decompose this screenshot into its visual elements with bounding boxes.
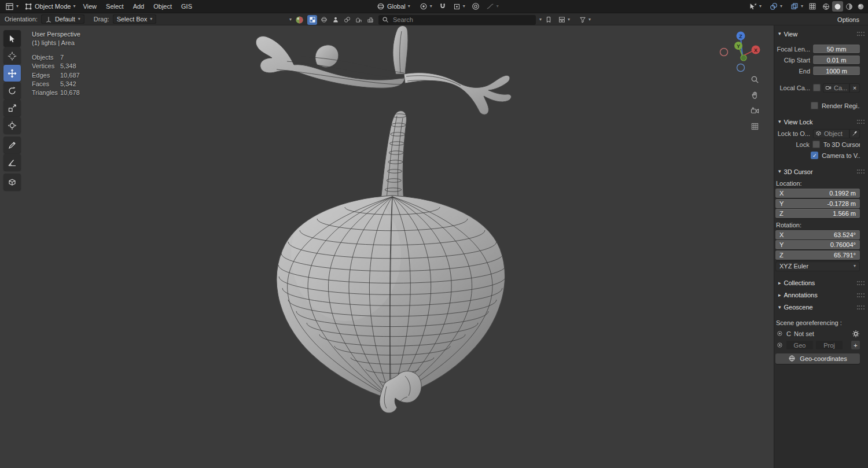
- tool-rotate[interactable]: [3, 82, 21, 99]
- panel-header-view[interactable]: ▾ View: [774, 28, 868, 40]
- options-button[interactable]: Options: [833, 14, 863, 25]
- local-camera-field[interactable]: Ca...: [823, 83, 849, 93]
- menu-add[interactable]: Add: [128, 0, 149, 13]
- transform-orientation-dropdown[interactable]: Global ▾: [374, 2, 413, 11]
- ortho-grid-icon[interactable]: [808, 2, 816, 10]
- add-crs-button[interactable]: +: [851, 341, 860, 349]
- camera-view-button[interactable]: [748, 104, 761, 117]
- zoom-tool-button[interactable]: [748, 73, 761, 86]
- chevron-down-icon[interactable]: ▾: [289, 17, 292, 22]
- shading-rendered-button[interactable]: [855, 1, 866, 12]
- perspective-toggle-button[interactable]: [748, 120, 761, 132]
- proportional-falloff-dropdown[interactable]: ▾: [483, 2, 502, 11]
- tool-move[interactable]: [3, 65, 21, 82]
- snap-toggle-button[interactable]: [439, 2, 447, 10]
- menu-object[interactable]: Object: [149, 0, 176, 13]
- stat-vertices: Vertices5,348: [32, 62, 80, 71]
- camera-to-view-checkbox[interactable]: ✓: [811, 152, 818, 159]
- focal-length-field[interactable]: 50 mm: [813, 45, 860, 53]
- cursor-location-x[interactable]: X0.1992 m: [775, 189, 860, 198]
- pan-hand-button[interactable]: [748, 89, 761, 101]
- rotation-mode-dropdown[interactable]: XYZ Euler ▾: [775, 261, 860, 271]
- camera-to-view-row: ✓ Camera to V...: [774, 150, 868, 161]
- axis-neg-y-ball: [741, 55, 746, 61]
- show-overlays-dropdown[interactable]: ▾: [767, 2, 785, 11]
- tool-scale[interactable]: [3, 100, 21, 116]
- mode-selector[interactable]: Object Mode ▾: [21, 2, 78, 11]
- spheres-pair-toggle-button[interactable]: [342, 15, 352, 25]
- pivot-point-dropdown[interactable]: ▾: [417, 2, 435, 11]
- menu-select[interactable]: Select: [101, 0, 128, 13]
- menu-view[interactable]: View: [78, 0, 101, 13]
- panel-grip-icon[interactable]: [857, 305, 865, 309]
- cursor-rotation-y[interactable]: Y0.76004°: [775, 240, 860, 249]
- shading-solid-button[interactable]: [832, 1, 843, 12]
- falloff-curve-icon: [486, 2, 494, 10]
- tool-measure[interactable]: [3, 154, 21, 171]
- tool-select-box[interactable]: [3, 30, 21, 47]
- silhouette-toggle-button[interactable]: [330, 15, 340, 25]
- checker-toggle-button[interactable]: [307, 15, 317, 25]
- city-grid-toggle-button[interactable]: [365, 15, 375, 25]
- chevron-down-icon: ▾: [430, 4, 432, 9]
- show-gizmo-dropdown[interactable]: ▾: [746, 2, 764, 11]
- search-input[interactable]: [392, 16, 532, 24]
- clip-start-field[interactable]: 0.01 m: [813, 56, 860, 64]
- panel-header-geoscene[interactable]: ▾ Geoscene: [774, 301, 868, 314]
- search-options-caret[interactable]: ▾: [539, 17, 542, 22]
- panel-header-view-lock[interactable]: ▾ View Lock: [774, 116, 868, 128]
- panel-header-annotations[interactable]: ▸ Annotations: [774, 289, 868, 301]
- tool-annotate[interactable]: [3, 137, 21, 153]
- menu-gis[interactable]: GIS: [176, 0, 197, 13]
- panel-grip-icon[interactable]: [857, 293, 865, 297]
- tool-add-primitive[interactable]: [3, 174, 21, 190]
- shading-material-button[interactable]: [844, 1, 855, 12]
- model-branch-spur: [393, 26, 408, 75]
- orientation-setting-dropdown[interactable]: Default ▾: [41, 14, 84, 24]
- clip-end-field[interactable]: 1000 m: [813, 67, 860, 75]
- axis-neg-x-ball: [720, 49, 728, 56]
- navigation-gizmo[interactable]: Y Z X: [718, 29, 770, 81]
- filter-funnel-icon: [579, 16, 586, 23]
- lock-object-field[interactable]: Object: [813, 129, 849, 138]
- clear-local-camera-button[interactable]: ×: [849, 83, 860, 93]
- snap-settings-dropdown[interactable]: ▾: [450, 2, 468, 11]
- cursor-location-y[interactable]: Y-0.1728 m: [775, 199, 860, 208]
- drag-setting-dropdown[interactable]: Select Box ▾: [113, 14, 157, 24]
- render-region-checkbox[interactable]: [811, 102, 818, 109]
- panel-header-collections[interactable]: ▸ Collections: [774, 277, 868, 289]
- panel-grip-icon[interactable]: [857, 169, 865, 174]
- chevron-down-icon: ▾: [408, 4, 410, 9]
- geo-button[interactable]: Geo: [786, 341, 813, 349]
- georeferencing-label: Scene georeferencing :: [774, 317, 868, 328]
- xray-dropdown[interactable]: ▾: [788, 2, 806, 11]
- crs-settings-button[interactable]: [852, 330, 860, 338]
- panel-grip-icon[interactable]: [857, 120, 865, 124]
- filter-dropdown[interactable]: ▾: [576, 16, 594, 24]
- bookmark-icon[interactable]: [545, 16, 552, 23]
- render-region-label: Render Regi...: [822, 102, 860, 109]
- building-toggle-button[interactable]: [354, 15, 363, 25]
- tool-transform[interactable]: [3, 117, 21, 134]
- local-camera-checkbox[interactable]: [813, 84, 821, 91]
- cursor-rotation-z[interactable]: Z65.791°: [775, 250, 860, 260]
- tool-cursor[interactable]: [3, 47, 21, 64]
- tool-settings-bar: Orientation: Default ▾ Drag: Select Box …: [0, 13, 868, 25]
- proportional-editing-button[interactable]: [472, 2, 480, 10]
- proj-button[interactable]: Proj: [816, 341, 843, 349]
- sphere-toggle-button[interactable]: [319, 15, 329, 25]
- panel-header-3d-cursor[interactable]: ▾ 3D Cursor: [774, 165, 868, 178]
- panel-grip-icon[interactable]: [857, 32, 865, 36]
- to-3d-cursor-checkbox[interactable]: [812, 141, 820, 148]
- viewport-info: User Perspective (1) lights | Area: [32, 30, 80, 47]
- geo-coordinates-button[interactable]: Geo-coordinates: [775, 353, 860, 364]
- panel-grip-icon[interactable]: [857, 281, 865, 285]
- lock-3d-cursor-row: Lock To 3D Cursor: [774, 139, 868, 150]
- cursor-rotation-x[interactable]: X63.524°: [775, 230, 860, 239]
- shading-wireframe-button[interactable]: [821, 1, 832, 12]
- eyedropper-button[interactable]: [849, 129, 860, 138]
- editor-type-selector[interactable]: ▾: [2, 2, 21, 12]
- material-preview-ball-icon[interactable]: [295, 16, 304, 24]
- cursor-location-z[interactable]: Z1.566 m: [775, 209, 860, 218]
- display-layout-dropdown[interactable]: ▾: [556, 16, 573, 24]
